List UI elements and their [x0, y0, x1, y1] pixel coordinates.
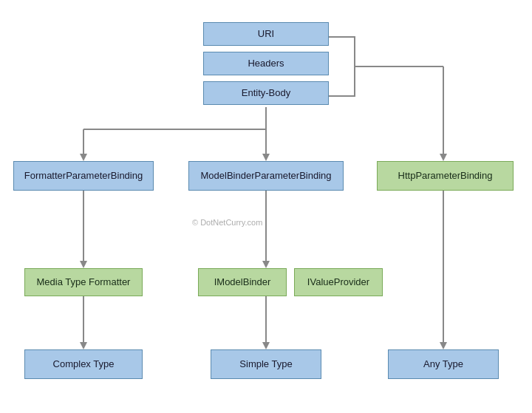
http-binding-box: HttpParameterBinding	[377, 161, 514, 191]
simple-type-label: Simple Type	[239, 358, 292, 371]
uri-label: URI	[258, 28, 274, 41]
svg-marker-18	[440, 342, 447, 349]
svg-marker-8	[262, 154, 270, 161]
http-binding-label: HttpParameterBinding	[398, 170, 493, 182]
ivalue-provider-box: IValueProvider	[294, 268, 383, 296]
diagram-container: URI Headers Entity-Body FormatterParamet…	[0, 0, 532, 413]
any-type-box: Any Type	[388, 349, 499, 379]
media-type-formatter-label: Media Type Formatter	[37, 276, 131, 289]
any-type-label: Any Type	[423, 358, 463, 371]
svg-marker-12	[262, 261, 270, 268]
headers-label: Headers	[248, 58, 284, 70]
watermark-text: © DotNetCurry.com	[192, 218, 262, 227]
imodel-binder-label: IModelBinder	[214, 276, 271, 289]
uri-box: URI	[203, 22, 329, 46]
svg-marker-6	[80, 154, 87, 161]
svg-marker-10	[80, 261, 87, 268]
simple-type-box: Simple Type	[211, 349, 321, 379]
watermark: © DotNetCurry.com	[192, 218, 262, 227]
ivalue-provider-label: IValueProvider	[307, 276, 369, 289]
svg-marker-14	[80, 342, 87, 349]
model-binder-binding-box: ModelBinderParameterBinding	[188, 161, 344, 191]
model-binder-binding-label: ModelBinderParameterBinding	[200, 170, 331, 182]
svg-marker-16	[262, 342, 270, 349]
headers-box: Headers	[203, 52, 329, 75]
svg-marker-2	[440, 154, 447, 161]
entity-body-label: Entity-Body	[242, 87, 290, 100]
formatter-binding-box: FormatterParameterBinding	[13, 161, 154, 191]
complex-type-box: Complex Type	[24, 349, 143, 379]
media-type-formatter-box: Media Type Formatter	[24, 268, 143, 296]
entity-body-box: Entity-Body	[203, 81, 329, 105]
complex-type-label: Complex Type	[53, 358, 115, 371]
formatter-binding-label: FormatterParameterBinding	[24, 170, 143, 182]
imodel-binder-box: IModelBinder	[198, 268, 287, 296]
